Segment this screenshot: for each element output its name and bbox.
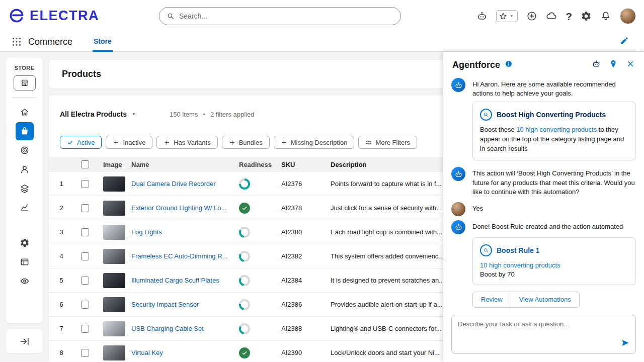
high-converting-products-link[interactable]: 10 high converting products [516, 126, 597, 133]
send-icon[interactable] [621, 338, 630, 349]
agent-avatar [451, 220, 465, 234]
product-thumbnail [103, 176, 125, 192]
chart-icon [20, 203, 30, 213]
filter-pill-bundles[interactable]: Bundles [222, 136, 270, 149]
row-checkbox[interactable] [81, 180, 89, 188]
bot-message-text: Hi Aaron. Here are some available recomm… [472, 78, 636, 99]
product-thumbnail [103, 201, 125, 216]
sidebar-item-promotions[interactable] [16, 141, 34, 159]
product-sku: AI2388 [275, 325, 325, 332]
product-name-link[interactable]: Illuminated Cargo Scuff Plates [131, 277, 219, 284]
notifications-bell-icon[interactable] [600, 11, 611, 22]
row-checkbox[interactable] [81, 349, 89, 357]
agentforce-input[interactable] [458, 320, 622, 342]
sidebar-item-catalog[interactable] [16, 179, 34, 198]
column-sku: SKU [275, 161, 325, 168]
sidebar-item-settings[interactable] [16, 234, 34, 252]
readiness-progress-icon [239, 178, 250, 190]
product-name-link[interactable]: Frameless EC Auto-Dimming R... [131, 252, 227, 260]
product-name-link[interactable]: Security Impact Sensor [131, 301, 199, 308]
readiness-progress-icon [239, 227, 250, 238]
global-search-input[interactable] [179, 12, 393, 20]
sidebar-item-preview[interactable] [16, 272, 34, 290]
einstein-bot-icon[interactable] [476, 11, 488, 22]
row-checkbox[interactable] [81, 277, 89, 285]
filter-label: Active [77, 139, 95, 146]
favorites-button[interactable] [496, 10, 518, 22]
rule-products-link[interactable]: 10 high converting products [480, 261, 628, 269]
view-automations-button[interactable]: View Automations [511, 292, 580, 308]
sidebar-item-analytics[interactable] [16, 199, 34, 217]
collection-label: All Electra Products [60, 110, 127, 118]
rule-detail: Boost by 70 [480, 270, 628, 278]
sidebar-collapse-button[interactable] [6, 329, 43, 353]
bot-message: This action will ‘Boost High Converting … [451, 167, 636, 197]
bot-message: Done! Boost Rule created and the action … [451, 220, 636, 234]
agent-settings-icon[interactable] [592, 59, 601, 70]
collection-selector[interactable]: All Electra Products [60, 110, 137, 118]
review-button[interactable]: Review [472, 292, 511, 308]
filter-label: Has Variants [174, 139, 210, 146]
row-number: 4 [49, 252, 74, 260]
filter-pills: Active Inactive Has Variants Bundles Mis… [60, 136, 417, 149]
product-sku: AI2380 [275, 228, 325, 236]
info-icon[interactable] [505, 60, 513, 70]
column-readiness: Readiness [233, 161, 275, 168]
product-name-link[interactable]: Virtual Key [131, 349, 163, 356]
sidebar-item-home[interactable] [16, 103, 34, 121]
row-checkbox[interactable] [81, 325, 89, 333]
help-icon[interactable]: ? [566, 11, 572, 22]
product-name-link[interactable]: Exterior Ground Lighting W/ Lo... [131, 204, 226, 212]
global-add-icon[interactable] [526, 11, 537, 22]
product-sku: AI2376 [275, 180, 325, 188]
action-card[interactable]: Boost High Converting Products Boost the… [472, 102, 636, 161]
bot-message: Hi Aaron. Here are some available recomm… [451, 78, 636, 99]
row-number: 2 [49, 204, 74, 212]
row-checkbox[interactable] [81, 204, 89, 212]
readiness-progress-icon [239, 323, 250, 334]
edit-pencil-icon[interactable] [620, 36, 629, 47]
rule-card-header: Boost Rule 1 [480, 244, 628, 256]
close-icon[interactable] [626, 59, 635, 70]
row-number: 3 [49, 228, 74, 236]
user-icon [20, 164, 30, 174]
filter-pill-more-filters[interactable]: More Filters [358, 136, 417, 149]
brand-logo[interactable]: ELECTRA [8, 7, 99, 24]
sidebar-item-pages[interactable] [16, 253, 34, 271]
product-name-link[interactable]: USB Charging Cable Set [131, 325, 204, 332]
tab-store[interactable]: Store [93, 32, 113, 52]
readiness-complete-icon [239, 347, 250, 358]
product-name-link[interactable]: Fog Lights [131, 228, 162, 236]
sidebar-item-products[interactable] [16, 122, 34, 140]
filter-pill-missing-description[interactable]: Missing Description [274, 136, 355, 149]
sidebar-nav [16, 103, 34, 290]
sliders-icon [365, 139, 372, 146]
user-avatar[interactable] [620, 8, 636, 24]
filter-pill-inactive[interactable]: Inactive [106, 136, 152, 149]
storefront-button[interactable] [14, 75, 36, 90]
org-cloud-icon[interactable] [546, 11, 557, 22]
product-thumbnail [103, 273, 125, 288]
row-checkbox[interactable] [81, 228, 89, 236]
setup-gear-icon[interactable] [581, 11, 592, 22]
row-checkbox[interactable] [81, 252, 89, 260]
filter-label: More Filters [375, 139, 410, 146]
filter-pill-has-variants[interactable]: Has Variants [156, 136, 217, 149]
pin-icon[interactable] [609, 59, 618, 70]
filter-pill-active[interactable]: Active [60, 136, 102, 149]
product-thumbnail [103, 345, 125, 360]
home-icon [20, 107, 30, 117]
plus-icon [229, 139, 235, 146]
app-launcher-icon[interactable] [11, 36, 22, 47]
sidebar-item-customers[interactable] [16, 160, 34, 178]
row-checkbox[interactable] [81, 301, 89, 309]
select-all-checkbox[interactable] [81, 160, 89, 168]
product-thumbnail [103, 297, 125, 312]
row-number: 7 [49, 325, 74, 332]
product-sku: AI2386 [275, 301, 325, 308]
row-number: 1 [49, 180, 74, 188]
agentforce-conversation: Hi Aaron. Here are some available recomm… [443, 75, 644, 308]
product-thumbnail [103, 321, 125, 336]
rule-card[interactable]: Boost Rule 1 10 high converting products… [472, 237, 636, 285]
product-name-link[interactable]: Dual Camera Drive Recorder [131, 180, 216, 188]
